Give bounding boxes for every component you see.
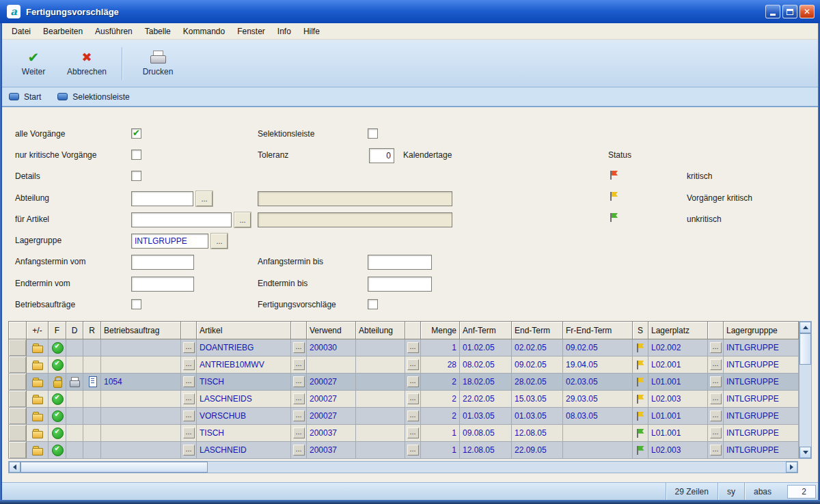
cell-verwend[interactable]: 200037 xyxy=(307,442,356,459)
table-row[interactable]: ... VORSCHUB ... 200027 ... 2 01.03.05 0… xyxy=(9,408,799,425)
row-selector[interactable] xyxy=(9,442,27,459)
row-betriebsauftrag-lookup-button[interactable]: ... xyxy=(181,442,197,459)
breadcrumb-start[interactable]: Start xyxy=(9,92,41,102)
vertical-scrollbar[interactable] xyxy=(799,321,812,459)
cell-fr-end-term[interactable] xyxy=(563,442,633,459)
cell-end-term[interactable]: 12.08.05 xyxy=(512,425,563,442)
breadcrumb-selektionsleiste[interactable]: Selektionsleiste xyxy=(57,92,129,102)
cell-end-term[interactable]: 02.02.05 xyxy=(512,339,563,356)
cell-abteilung[interactable] xyxy=(356,425,405,442)
cell-abteilung[interactable] xyxy=(356,374,405,391)
cell-lagerplatz[interactable]: L02.002 xyxy=(648,339,708,356)
cell-betriebsauftrag[interactable] xyxy=(101,425,181,442)
cell-verwend[interactable]: 200027 xyxy=(307,391,356,408)
menu-datei[interactable]: Datei xyxy=(5,25,37,38)
nur-kritische-checkbox[interactable] xyxy=(131,150,141,160)
endtermin-vom-input[interactable] xyxy=(131,277,194,292)
cell-lagergruppe[interactable]: INTLGRUPPE xyxy=(724,442,799,459)
cell-end-term[interactable]: 01.03.05 xyxy=(512,408,563,425)
row-abteilung-lookup-button[interactable]: ... xyxy=(405,339,421,356)
fertigungsvorschlaege-checkbox[interactable] xyxy=(368,299,378,309)
cell-betriebsauftrag[interactable] xyxy=(101,356,181,374)
cell-anf-term[interactable]: 09.08.05 xyxy=(460,425,512,442)
row-lagerplatz-lookup-button[interactable]: ... xyxy=(708,374,724,391)
anfangstermin-bis-input[interactable] xyxy=(368,255,432,270)
cell-menge[interactable]: 28 xyxy=(421,356,460,374)
betriebsauftraege-checkbox[interactable] xyxy=(131,299,141,309)
cell-lagerplatz[interactable]: L02.003 xyxy=(648,442,708,459)
cell-betriebsauftrag[interactable] xyxy=(101,339,181,356)
row-lagerplatz-lookup-button[interactable]: ... xyxy=(708,339,724,356)
cell-menge[interactable]: 1 xyxy=(421,442,460,459)
scroll-right-button[interactable] xyxy=(786,462,797,473)
anfangstermin-vom-input[interactable] xyxy=(131,255,194,270)
cell-fr-end-term[interactable]: 08.03.05 xyxy=(563,408,633,425)
cell-menge[interactable]: 1 xyxy=(421,425,460,442)
cell-lagerplatz[interactable]: L01.001 xyxy=(648,374,708,391)
row-betriebsauftrag-lookup-button[interactable]: ... xyxy=(181,356,197,374)
row-betriebsauftrag-lookup-button[interactable]: ... xyxy=(181,408,197,425)
cell-artikel[interactable]: ANTRIEB10MWV xyxy=(197,356,291,374)
table-row[interactable]: ... ANTRIEB10MWV ... ... 28 08.02.05 09.… xyxy=(9,356,799,374)
row-expand-cell[interactable] xyxy=(27,425,49,442)
cell-artikel[interactable]: DOANTRIEBG xyxy=(197,339,291,356)
cell-anf-term[interactable]: 22.02.05 xyxy=(460,391,512,408)
table-row[interactable]: ... LASCHNEIDS ... 200027 ... 2 22.02.05… xyxy=(9,391,799,408)
row-artikel-lookup-button[interactable]: ... xyxy=(291,442,307,459)
menu-bearbeiten[interactable]: Bearbeiten xyxy=(37,25,89,38)
row-abteilung-lookup-button[interactable]: ... xyxy=(405,356,421,374)
minimize-button[interactable] xyxy=(765,5,780,18)
details-checkbox[interactable] xyxy=(131,171,141,181)
menu-kommando[interactable]: Kommando xyxy=(177,25,231,38)
row-betriebsauftrag-lookup-button[interactable]: ... xyxy=(181,425,197,442)
row-abteilung-lookup-button[interactable]: ... xyxy=(405,425,421,442)
cell-verwend[interactable]: 200027 xyxy=(307,408,356,425)
cell-anf-term[interactable]: 01.02.05 xyxy=(460,339,512,356)
row-expand-cell[interactable] xyxy=(27,339,49,356)
toleranz-input[interactable]: 0 xyxy=(369,148,394,163)
row-lagerplatz-lookup-button[interactable]: ... xyxy=(708,391,724,408)
table-row[interactable]: ... TISCH ... 200037 ... 1 09.08.05 12.0… xyxy=(9,425,799,442)
selektionsleiste-checkbox[interactable] xyxy=(368,128,378,139)
cell-menge[interactable]: 2 xyxy=(421,408,460,425)
cell-end-term[interactable]: 09.02.05 xyxy=(512,356,563,374)
cell-end-term[interactable]: 28.02.05 xyxy=(512,374,563,391)
cell-verwend[interactable] xyxy=(307,356,356,374)
row-artikel-lookup-button[interactable]: ... xyxy=(291,356,307,374)
cell-anf-term[interactable]: 12.08.05 xyxy=(460,442,512,459)
cell-betriebsauftrag[interactable] xyxy=(101,408,181,425)
cell-lagergruppe[interactable]: INTLGRUPPE xyxy=(724,408,799,425)
row-selector[interactable] xyxy=(9,374,27,391)
lagergruppe-lookup-button[interactable]: ... xyxy=(211,234,228,249)
cell-abteilung[interactable] xyxy=(356,339,405,356)
row-artikel-lookup-button[interactable]: ... xyxy=(291,391,307,408)
cell-abteilung[interactable] xyxy=(356,356,405,374)
row-artikel-lookup-button[interactable]: ... xyxy=(291,374,307,391)
cell-fr-end-term[interactable]: 19.04.05 xyxy=(563,356,633,374)
cell-verwend[interactable]: 200027 xyxy=(307,374,356,391)
cell-anf-term[interactable]: 08.02.05 xyxy=(460,356,512,374)
row-artikel-lookup-button[interactable]: ... xyxy=(291,408,307,425)
row-betriebsauftrag-lookup-button[interactable]: ... xyxy=(181,374,197,391)
row-artikel-lookup-button[interactable]: ... xyxy=(291,339,307,356)
row-lagerplatz-lookup-button[interactable]: ... xyxy=(708,442,724,459)
horizontal-scrollbar[interactable] xyxy=(8,461,798,473)
cell-lagergruppe[interactable]: INTLGRUPPE xyxy=(724,356,799,374)
cell-anf-term[interactable]: 18.02.05 xyxy=(460,374,512,391)
cell-verwend[interactable]: 200037 xyxy=(307,425,356,442)
row-selector[interactable] xyxy=(9,339,27,356)
menu-ausfuehren[interactable]: Ausführen xyxy=(89,25,139,38)
cell-lagergruppe[interactable]: INTLGRUPPE xyxy=(724,391,799,408)
table-row[interactable]: ... DOANTRIEBG ... 200030 ... 1 01.02.05… xyxy=(9,339,799,356)
row-expand-cell[interactable] xyxy=(27,356,49,374)
cell-artikel[interactable]: VORSCHUB xyxy=(197,408,291,425)
cell-fr-end-term[interactable]: 29.03.05 xyxy=(563,391,633,408)
menu-info[interactable]: Info xyxy=(271,25,297,38)
row-lagerplatz-lookup-button[interactable]: ... xyxy=(708,356,724,374)
table-row[interactable]: ... LASCHNEID ... 200037 ... 1 12.08.05 … xyxy=(9,442,799,459)
close-button[interactable] xyxy=(800,5,815,18)
abbrechen-button[interactable]: Abbrechen xyxy=(60,44,113,83)
cell-abteilung[interactable] xyxy=(356,408,405,425)
row-selector[interactable] xyxy=(9,391,27,408)
fuer-artikel-input[interactable] xyxy=(131,212,232,227)
